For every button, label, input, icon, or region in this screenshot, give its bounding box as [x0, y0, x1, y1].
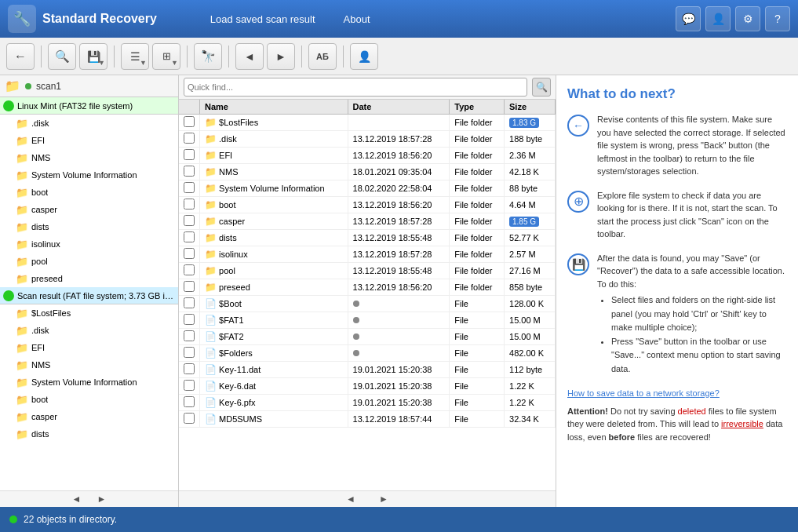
- tree-item-svi1[interactable]: 📁 System Volume Information: [0, 166, 178, 184]
- prev-button[interactable]: ◄: [235, 43, 264, 70]
- row-checkbox[interactable]: [184, 149, 195, 160]
- table-row[interactable]: 📁 NMS18.01.2021 09:35:04File folder42.18…: [179, 164, 556, 180]
- table-row[interactable]: 📁 EFI13.12.2019 18:56:20File folder2.36 …: [179, 148, 556, 164]
- table-row[interactable]: 📄 $BootFile128.00 K: [179, 296, 556, 312]
- table-row[interactable]: 📁 boot13.12.2019 18:56:20File folder4.64…: [179, 197, 556, 213]
- tree-drive-1[interactable]: Linux Mint (FAT32 file system): [0, 97, 178, 115]
- tree-item-lostfiles2[interactable]: 📁 $LostFiles: [0, 304, 178, 322]
- user-button[interactable]: 👤: [350, 43, 378, 70]
- next-button[interactable]: ►: [267, 43, 295, 70]
- help-icon-button[interactable]: ?: [765, 6, 790, 31]
- row-checkbox[interactable]: [184, 363, 195, 374]
- table-row[interactable]: 📁 dists13.12.2019 18:55:48File folder52.…: [179, 230, 556, 246]
- table-row[interactable]: 📁 preseed13.12.2019 18:56:20File folder8…: [179, 279, 556, 296]
- save-button[interactable]: 💾▼: [79, 43, 107, 70]
- rename-button[interactable]: АБ: [308, 43, 337, 70]
- row-checkbox[interactable]: [184, 413, 195, 424]
- info-network-link[interactable]: How to save data to a network storage?: [567, 388, 787, 399]
- table-row[interactable]: 📁 isolinux13.12.2019 18:57:28File folder…: [179, 246, 556, 263]
- row-checkbox[interactable]: [184, 396, 195, 407]
- toolbar-separator-1: [41, 46, 42, 67]
- table-row[interactable]: 📁 System Volume Information18.02.2020 22…: [179, 180, 556, 197]
- row-checkbox[interactable]: [184, 166, 195, 177]
- row-checkbox[interactable]: [184, 248, 195, 259]
- network-link-text[interactable]: How to save data to a network storage?: [567, 388, 720, 398]
- row-checkbox-cell: [179, 180, 200, 197]
- search-input[interactable]: [184, 78, 527, 97]
- table-row[interactable]: 📁 pool13.12.2019 18:55:48File folder27.1…: [179, 263, 556, 279]
- scan-button[interactable]: 🔍: [48, 43, 76, 70]
- row-checkbox[interactable]: [184, 281, 195, 292]
- tree-item-efi1[interactable]: 📁 EFI: [0, 132, 178, 149]
- chat-icon-button[interactable]: 💬: [676, 6, 701, 31]
- col-size[interactable]: Size: [505, 100, 556, 115]
- tree-item-preseed1[interactable]: 📁 preseed: [0, 270, 178, 287]
- col-name[interactable]: Name: [200, 100, 348, 115]
- table-row[interactable]: 📄 $FAT1File15.00 M: [179, 312, 556, 329]
- table-row[interactable]: 📄 Key-6.pfx19.01.2021 15:20:38File1.22 K: [179, 395, 556, 411]
- tree-item-dists1[interactable]: 📁 dists: [0, 218, 178, 235]
- table-row[interactable]: 📁 casper13.12.2019 18:57:28File folder1.…: [179, 213, 556, 230]
- row-checkbox[interactable]: [184, 330, 195, 341]
- tree-item-isolinux1[interactable]: 📁 isolinux: [0, 235, 178, 253]
- row-type: File: [450, 312, 505, 329]
- file-scroll-right[interactable]: ►: [379, 494, 388, 505]
- row-checkbox[interactable]: [184, 133, 195, 144]
- row-checkbox[interactable]: [184, 116, 195, 127]
- row-date: [348, 329, 450, 345]
- row-checkbox[interactable]: [184, 380, 195, 391]
- row-checkbox[interactable]: [184, 347, 195, 358]
- preview-button[interactable]: 🔭: [194, 43, 222, 70]
- tree-drive-2[interactable]: Scan result (FAT file system; 3.73 GB in…: [0, 287, 178, 304]
- row-size: 858 byte: [505, 279, 556, 296]
- tree-item-nms1[interactable]: 📁 NMS: [0, 149, 178, 166]
- row-checkbox-cell: [179, 411, 200, 428]
- row-checkbox[interactable]: [184, 314, 195, 325]
- tree-item-casper2[interactable]: 📁 casper: [0, 408, 178, 425]
- row-name: 📄 MD5SUMS: [200, 411, 348, 428]
- row-size: 4.64 M: [505, 197, 556, 213]
- table-row[interactable]: 📄 $FAT2File15.00 M: [179, 329, 556, 345]
- table-row[interactable]: 📄 Key-11.dat19.01.2021 15:20:38File112 b…: [179, 362, 556, 378]
- settings-icon-button[interactable]: ⚙: [735, 6, 760, 31]
- row-checkbox[interactable]: [184, 199, 195, 210]
- table-row[interactable]: 📁 $LostFilesFile folder1.83 G: [179, 115, 556, 131]
- row-checkbox[interactable]: [184, 215, 195, 226]
- row-checkbox[interactable]: [184, 231, 195, 242]
- row-checkbox[interactable]: [184, 297, 195, 308]
- row-checkbox[interactable]: [184, 182, 195, 193]
- folder-icon: 📁: [16, 342, 28, 354]
- search-button[interactable]: 🔍: [532, 78, 551, 97]
- table-row[interactable]: 📄 Key-6.dat19.01.2021 15:20:38File1.22 K: [179, 378, 556, 395]
- tree-item-disk1[interactable]: 📁 .disk: [0, 115, 178, 132]
- row-checkbox[interactable]: [184, 264, 195, 275]
- nav-about[interactable]: About: [337, 10, 377, 28]
- folder-icon: 📁: [205, 282, 217, 293]
- nav-load-scan[interactable]: Load saved scan result: [204, 10, 322, 28]
- tree-label: casper: [31, 412, 57, 421]
- tree-item-nms2[interactable]: 📁 NMS: [0, 356, 178, 373]
- row-type: File folder: [450, 230, 505, 246]
- tree-item-casper1[interactable]: 📁 casper: [0, 201, 178, 218]
- view-mode-button[interactable]: ⊞▼: [152, 43, 180, 70]
- tree-item-pool1[interactable]: 📁 pool: [0, 253, 178, 270]
- row-date: [348, 296, 450, 312]
- tree-item-dists2[interactable]: 📁 dists: [0, 425, 178, 443]
- user-icon-button[interactable]: 👤: [705, 6, 731, 31]
- table-row[interactable]: 📁 .disk13.12.2019 18:57:28File folder188…: [179, 131, 556, 148]
- file-scroll-left[interactable]: ◄: [346, 494, 355, 505]
- tree-item-efi2[interactable]: 📁 EFI: [0, 339, 178, 356]
- tree-item-boot1[interactable]: 📁 boot: [0, 184, 178, 201]
- col-type[interactable]: Type: [450, 100, 505, 115]
- tree-item-svi2[interactable]: 📁 System Volume Information: [0, 373, 178, 391]
- tree-item-disk2[interactable]: 📁 .disk: [0, 322, 178, 339]
- back-button[interactable]: ←: [6, 43, 35, 70]
- table-row[interactable]: 📄 $FoldersFile482.00 K: [179, 345, 556, 362]
- tree-scroll-right[interactable]: ►: [97, 494, 107, 505]
- tree-scroll-left[interactable]: ◄: [72, 494, 82, 505]
- table-row[interactable]: 📄 MD5SUMS13.12.2019 18:57:44File32.34 K: [179, 411, 556, 428]
- size-badge: 1.83 G: [509, 118, 539, 128]
- col-date[interactable]: Date: [348, 100, 450, 115]
- tree-item-boot2[interactable]: 📁 boot: [0, 391, 178, 408]
- list-view-button[interactable]: ☰▼: [121, 43, 149, 70]
